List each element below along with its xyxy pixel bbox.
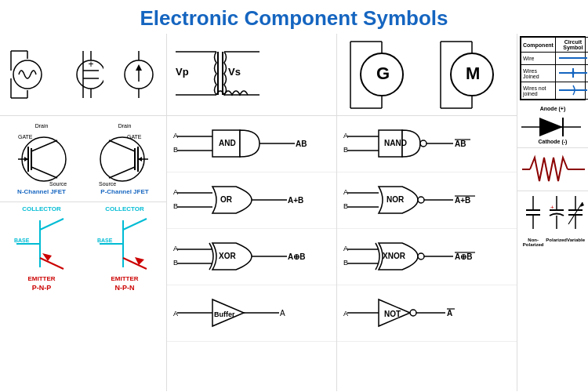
svg-text:A⊕B: A⊕B [288,252,305,261]
resistor-section [517,148,588,191]
svg-line-40 [40,258,64,269]
svg-text:AB: AB [296,140,307,148]
svg-text:A: A [343,310,348,318]
svg-text:A: A [343,245,348,252]
svg-line-33 [109,167,135,178]
svg-text:A: A [280,309,285,318]
not-gate-row: NOT A A [337,285,517,342]
svg-text:Vp: Vp [176,66,189,78]
svg-point-121 [418,253,424,260]
svg-text:A: A [343,188,348,196]
svg-line-39 [40,219,64,230]
svg-text:BASE: BASE [14,238,30,243]
svg-text:A⊕B: A⊕B [455,252,472,261]
pnp-bjt: COLLECTOR BASE EMITTER P-N-P [13,205,71,292]
svg-marker-18 [136,64,142,71]
capacitors-section: Non-Polarized + Polarized [517,191,588,391]
svg-point-103 [420,140,426,147]
nor-gate-row: NOR A+B A B [337,172,517,229]
nand-gate-row: NAND AB A B [337,116,517,172]
buffer-gate-row: Buffer A A [167,285,336,342]
svg-text:A+B: A+B [455,196,470,205]
svg-text:A: A [173,245,178,252]
motor: M [437,38,507,112]
svg-marker-141 [539,118,563,136]
svg-line-45 [123,219,147,230]
svg-text:NOR: NOR [387,195,405,204]
page-title: Electronic Component Symbols [0,0,588,34]
svg-text:OR: OR [220,195,233,204]
generator: G [347,38,417,112]
svg-text:B: B [173,146,178,154]
svg-point-6 [13,60,42,89]
svg-text:Buffer: Buffer [214,310,235,318]
svg-line-32 [109,140,135,151]
svg-text:GATE: GATE [18,134,33,140]
svg-text:Source: Source [99,181,116,187]
cap-polarized: + Polarized [546,194,567,242]
svg-text:XNOR: XNOR [383,252,406,260]
svg-text:A: A [173,188,178,196]
npn-bjt: COLLECTOR BASE EMITTER N-P-N [96,205,154,292]
svg-text:Vs: Vs [228,66,241,78]
svg-text:AB: AB [455,140,466,148]
svg-text:Source: Source [49,181,67,187]
cap-variable: Variable [567,194,585,242]
svg-text:A: A [343,132,348,140]
svg-text:B: B [343,146,348,154]
xnor-gate-row: XNOR A⊕B A B [337,229,517,285]
or-gate-row: OR A+B A B [167,172,336,229]
svg-text:B: B [343,202,348,210]
svg-point-138 [572,71,575,74]
battery: + [63,47,103,102]
svg-text:NAND: NAND [384,139,407,147]
svg-text:XOR: XOR [219,252,236,260]
svg-text:GATE: GATE [127,134,142,140]
n-jfet: Drain GATE Source [14,123,69,195]
svg-text:B: B [343,259,348,267]
cap-non-polarized: Non-Polarized [521,194,546,247]
dc-source [118,47,159,102]
svg-text:A: A [173,310,178,318]
svg-text:+: + [550,204,554,211]
xor-gate-row: XOR A⊕B A B [167,229,336,285]
ac-source [7,47,48,102]
svg-point-112 [418,197,424,203]
and-gate-row: AND AB A B [167,116,336,172]
svg-text:M: M [466,64,480,83]
svg-text:G: G [376,64,390,83]
svg-text:A: A [173,132,178,140]
transformer: Vp Vs [169,36,334,114]
svg-text:AND: AND [219,139,236,147]
p-jfet: Drain GATE Source P-Channel JFET [97,123,152,195]
svg-line-23 [31,140,57,151]
svg-text:A+B: A+B [288,196,303,205]
svg-text:B: B [173,202,178,210]
diode-section: Anode (+) Cathode (-) [517,103,588,148]
svg-text:BASE: BASE [97,238,113,243]
circuit-symbol-table: Component Circuit Symbol Wire Wires Join… [520,36,586,100]
svg-text:NOT: NOT [384,310,401,318]
svg-line-24 [31,167,57,178]
svg-point-130 [410,310,416,316]
svg-text:B: B [173,259,178,267]
svg-text:A: A [447,309,452,318]
